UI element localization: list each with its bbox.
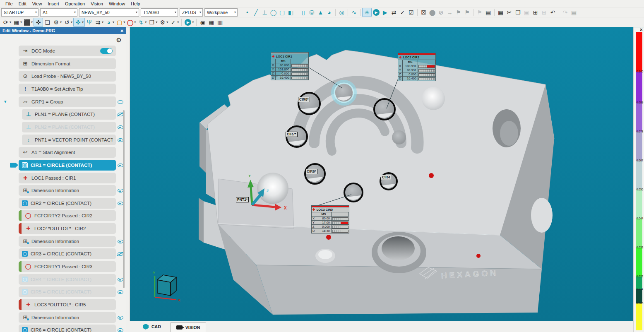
program-item-button[interactable]: ▱GRP1 = Group [19, 96, 116, 107]
shaded-view-icon[interactable]: ⬛ [23, 18, 31, 26]
pattern-paste-icon[interactable]: ⊞ [531, 8, 539, 17]
chevron-down-icon[interactable]: ▾ [134, 20, 136, 24]
menu-help[interactable]: Help [128, 1, 143, 7]
rectangle-feature-icon[interactable]: ▯ [299, 8, 307, 17]
curve-feature-icon[interactable]: ∿ [350, 8, 358, 17]
stop-icon[interactable]: ⬤ [428, 8, 436, 17]
menu-insert[interactable]: Insert [45, 1, 62, 7]
camera-capture-icon[interactable]: ◉ [199, 18, 207, 26]
close-icon[interactable]: ✕ [639, 28, 643, 32]
dcc-mode-toggle[interactable] [100, 48, 113, 54]
workplane-select[interactable]: ZPLUS▾ [180, 8, 203, 17]
program-item-button[interactable]: ◯CIR2 = CIRCLE (CONTACT) [19, 198, 116, 209]
confirm-icon[interactable]: ✓ [399, 8, 406, 17]
report-thumb-icon[interactable]: ▦ [207, 18, 215, 26]
line-feature-icon[interactable]: ╱ [252, 8, 260, 17]
program-item-button[interactable]: ◯CIR6 = CIRCLE (CONTACT) [19, 325, 116, 332]
menu-window[interactable]: Window [106, 1, 128, 7]
auto-feature-icon[interactable]: ✳ [363, 8, 371, 17]
square-slot-icon[interactable]: ◧ [287, 8, 295, 17]
bookmark-remove-icon[interactable]: ⚑ [476, 8, 483, 17]
chevron-down-icon[interactable]: ▾ [177, 20, 179, 24]
panel-settings-gear-icon[interactable]: ⚙ [116, 36, 122, 44]
program-item-button[interactable]: ⊞Dimension Information [19, 185, 116, 196]
chevron-down-icon[interactable]: ▾ [71, 20, 72, 24]
wireframe-view-icon[interactable]: ▦ [12, 18, 20, 26]
program-item-button[interactable]: !T1A0B0 = Set Active Tip [19, 84, 116, 94]
eye-icon[interactable] [117, 327, 124, 332]
annotation-icon[interactable]: ❏ [43, 18, 51, 26]
menu-operation[interactable]: Operation [62, 1, 88, 7]
chevron-down-icon[interactable]: ▾ [102, 20, 103, 24]
cut-icon[interactable]: ✂ [505, 8, 513, 17]
plane-feature-icon[interactable]: ⊥ [261, 8, 269, 17]
document-cancel-icon[interactable]: ☒ [420, 8, 428, 17]
cone-feature-icon[interactable]: ▲ [317, 8, 324, 17]
loc1-table[interactable]: ✚LOC1 CIR1MSX80.000Y101.000Z0.000D16.400 [271, 52, 309, 80]
close-icon[interactable]: ✕ [120, 29, 124, 33]
report-grid-icon[interactable]: ▦ [497, 8, 505, 17]
confirm-path-icon[interactable]: ✓ [169, 18, 177, 26]
chevron-down-icon[interactable]: ▾ [113, 20, 114, 24]
program-item-button[interactable]: ◯CIR4 = CIRCLE (CONTACT) [19, 274, 116, 285]
sphere-feature-icon[interactable]: ◕ [325, 8, 333, 17]
tip-select[interactable]: T1A0B0▾ [141, 8, 178, 17]
program-item-button[interactable]: ⊙Load Probe - NEW5_BY_50 [19, 71, 116, 82]
probe-file-select[interactable]: NEW5_BY_50▾ [79, 8, 139, 17]
menu-view[interactable]: View [29, 1, 45, 7]
paste-icon[interactable]: ▣ [523, 8, 531, 17]
execute-program-icon[interactable]: ▶ [373, 9, 380, 16]
pattern-grid-icon[interactable]: ⊞ [540, 8, 548, 17]
circle-feature-icon[interactable]: ◯ [269, 8, 277, 17]
view-select[interactable]: Workplane▾ [204, 8, 238, 17]
continue-icon[interactable]: → [446, 8, 454, 17]
cylinder-feature-icon[interactable]: ⛁ [308, 8, 316, 17]
program-item-button[interactable]: ◯CIR3 = CIRCLE (CONTACT) [19, 248, 116, 259]
execute-feature-icon[interactable]: ▶ [381, 8, 389, 17]
eye-icon[interactable] [117, 315, 124, 320]
program-item-button[interactable]: ◯CIR1 = CIRCLE (CONTACT) [19, 160, 116, 171]
chevron-down-icon[interactable]: ▾ [156, 20, 157, 24]
graphic-thumb-icon[interactable]: ▥ [216, 18, 224, 26]
chevron-down-icon[interactable]: ▾ [10, 20, 11, 24]
program-item-button[interactable]: ⇥DCC Mode [19, 46, 116, 56]
eye-icon[interactable] [117, 99, 124, 105]
chevron-down-icon[interactable]: ▾ [192, 20, 194, 24]
document-check-icon[interactable]: ☑ [407, 8, 415, 17]
menu-vision[interactable]: Vision [88, 1, 106, 7]
feature-label-pnt1[interactable]: PNT1* [236, 197, 249, 202]
settings-gears-icon[interactable]: ⚙ [52, 18, 60, 26]
pan-view-icon[interactable]: ✜ [34, 18, 42, 26]
program-item-button[interactable]: ✚LOC3 *OUTTOL* : CIR5 [19, 299, 116, 310]
rotate-view-icon[interactable]: ⟳ [2, 18, 10, 26]
program-item-button[interactable]: ⊞Dimension Format [19, 58, 116, 69]
tab-cad[interactable]: CAD [137, 322, 167, 331]
slot-highlight-icon[interactable]: ▢ [115, 18, 123, 26]
program-item-button[interactable]: ◯FCFCIRTY1 Passed : CIR3 [19, 261, 116, 272]
loc3-table[interactable]: ✚LOC3 CIR5MSX80.00Y17.00Z0.000D16.40 [311, 205, 349, 233]
probe-move-icon[interactable]: ✜ [74, 18, 82, 26]
axis-select[interactable]: A1▾ [40, 8, 77, 17]
chevron-down-icon[interactable]: ▾ [20, 20, 22, 24]
detail-levels-icon[interactable]: ⇉ [94, 18, 102, 26]
program-item-button[interactable]: ⊞Dimension Information [19, 236, 116, 247]
rotate-2d-icon[interactable]: ↺ [63, 18, 71, 26]
chevron-down-icon[interactable]: ▾ [166, 20, 168, 24]
bookmark-insert-icon[interactable]: ⚑ [463, 8, 471, 17]
bookmark-icon[interactable]: ⚑ [454, 8, 462, 17]
cad-graphics-viewport[interactable]: X Y Z Y X HEXAGON ✚LOC1 CIR1MSX80.000Y10… [130, 27, 633, 321]
print-icon[interactable]: ▤ [570, 8, 578, 17]
program-item-button[interactable]: ⊥PLN1 = PLANE (CONTACT) [22, 109, 116, 120]
program-item-button[interactable]: ✚LOC1 Passed : CIR1 [19, 173, 116, 183]
undo-icon[interactable]: ↶ [549, 8, 557, 17]
feature-label-cir8[interactable]: CIR8* [298, 97, 310, 102]
feature-label-cir4[interactable]: CIR4 [381, 175, 391, 180]
execute-mini-icon[interactable]: ▶ [185, 19, 191, 26]
quick-align-icon[interactable]: ↯ [137, 18, 145, 26]
feature-label-cir7[interactable]: CIR7* [286, 132, 298, 137]
redo-icon[interactable]: ↷ [561, 8, 569, 17]
alignment-select[interactable]: STARTUP▾ [1, 8, 38, 17]
program-item-button[interactable]: ⊥PLN2 = PLANE (CONTACT) [22, 122, 116, 132]
chevron-down-icon[interactable]: ▾ [60, 20, 62, 24]
report-document-icon[interactable]: ▤ [484, 8, 492, 17]
